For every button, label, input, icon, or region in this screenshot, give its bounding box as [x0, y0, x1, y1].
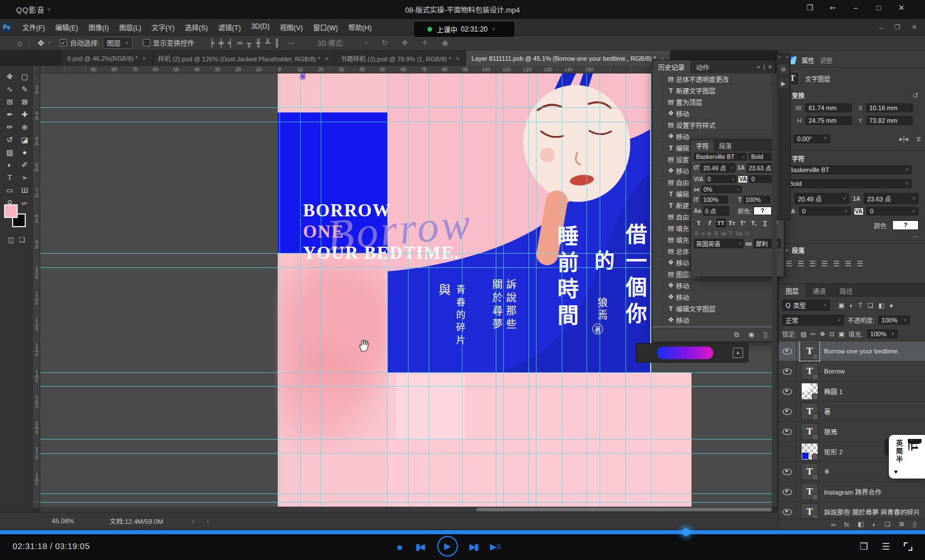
history-source-checkbox[interactable] [652, 305, 663, 312]
layer-filter-dropdown[interactable]: Q 类型˅ [782, 300, 830, 311]
align-left-icon[interactable]: ╞ [209, 38, 215, 47]
maximize-icon[interactable]: □ [873, 3, 884, 12]
panel-menu-icon[interactable]: ≡ [768, 64, 772, 70]
vertical-scrollbar[interactable] [772, 73, 777, 507]
swap-colors-icon[interactable]: ⇄ [22, 201, 26, 207]
history-state-row[interactable]: ▤ 设置字符样式 [652, 119, 775, 131]
flip-vertical-icon[interactable]: ⧖ [916, 135, 921, 143]
quick-select-tool[interactable]: ✎ [18, 83, 32, 95]
filter-pixel-icon[interactable]: ▣ [838, 302, 844, 309]
paragraph-align-icon[interactable]: ☰ [845, 259, 852, 268]
ruler-origin-corner[interactable] [33, 66, 40, 73]
filter-toggle-icon[interactable]: ● [889, 302, 893, 309]
history-source-checkbox[interactable] [652, 87, 663, 94]
history-source-checkbox[interactable] [652, 190, 663, 197]
superscript-toggle[interactable]: T¹ [738, 219, 748, 227]
props-color-swatch[interactable]: ? [892, 220, 919, 230]
ligature-icon[interactable]: σ [701, 230, 704, 236]
status-expand-icon[interactable]: › [192, 518, 207, 524]
history-state-row[interactable]: T 编辑文字图层 [652, 303, 775, 314]
move-tool-icon[interactable]: ✥ [37, 38, 44, 48]
quick-mask-icon[interactable]: ◫ [7, 236, 14, 244]
history-source-checkbox[interactable] [652, 99, 663, 106]
history-source-checkbox[interactable] [652, 213, 663, 220]
font-size-field[interactable]: 20.49 点˅ [701, 163, 735, 173]
filter-shape-icon[interactable]: ❏ [868, 302, 873, 309]
underline-toggle[interactable]: T [760, 219, 770, 227]
tab-layers[interactable]: 图层 [779, 284, 806, 297]
ligature-icon[interactable]: A [714, 230, 718, 236]
orbit-3d-icon[interactable]: ◔ [363, 38, 368, 47]
slide-3d-icon[interactable]: ✛ [422, 38, 428, 47]
home-icon[interactable]: ⌂ [17, 38, 22, 48]
tab-close-icon[interactable]: × [142, 55, 146, 62]
vertical-scale-field[interactable]: 100% [701, 196, 728, 204]
lock-artboard-icon[interactable]: ⊡ [829, 330, 834, 338]
ps-restore-icon[interactable]: ❐ [895, 24, 900, 31]
type-tool[interactable]: T [3, 172, 17, 184]
new-layer-icon[interactable]: ⊞ [899, 520, 904, 528]
marquee-tool[interactable]: ▢ [18, 71, 32, 83]
x-field[interactable]: 10.16 mm [866, 103, 913, 112]
history-source-checkbox[interactable] [652, 110, 663, 117]
eraser-tool[interactable]: ◪ [18, 134, 32, 146]
align-center-h-icon[interactable]: ╪ [219, 38, 224, 47]
align-right-icon[interactable]: ╡ [228, 38, 233, 47]
show-transform-checkbox[interactable] [143, 39, 150, 46]
add-gradient-icon[interactable]: + [733, 348, 743, 358]
subscript-toggle[interactable]: T₁ [749, 219, 759, 227]
visibility-toggle[interactable] [779, 482, 796, 501]
all-caps-toggle[interactable]: TT [716, 219, 726, 227]
next-button[interactable]: ▶▮ [469, 542, 477, 552]
distribute-v-icon[interactable]: ║ [274, 38, 279, 47]
delete-state-icon[interactable]: ▯ [763, 330, 767, 339]
history-source-checkbox[interactable] [652, 179, 663, 186]
history-brush-tool[interactable]: ↺ [3, 134, 17, 146]
tab-close-icon[interactable]: × [325, 55, 328, 62]
width-field[interactable]: 61.74 mm [805, 103, 852, 112]
visibility-toggle[interactable] [779, 382, 796, 401]
auto-select-target-dropdown[interactable]: 图层˅ [103, 37, 132, 49]
dock-collapse-icon[interactable]: » [778, 55, 780, 60]
delete-layer-icon[interactable]: ▯ [913, 520, 916, 528]
frame-tool[interactable]: ⊠ [18, 96, 32, 108]
history-source-checkbox[interactable] [652, 259, 663, 266]
document-tab[interactable]: Layer 8111111.psb @ 45.1% (Borrow one yo… [466, 50, 671, 66]
layer-row[interactable]: Borrow one your bedtime. [779, 341, 925, 361]
history-state-row[interactable]: ✥ 移动 [652, 108, 775, 119]
ps-minimize-icon[interactable]: – [880, 24, 883, 31]
history-source-checkbox[interactable] [652, 168, 663, 174]
stop-button[interactable]: ■ [397, 542, 402, 552]
props-leading-field[interactable]: 23.63 点˅ [864, 193, 919, 204]
blur-tool[interactable]: ● [18, 146, 32, 158]
layer-row[interactable]: 訴說那些 關於尋夢 與青春的碎片 [779, 502, 925, 518]
visibility-toggle[interactable] [779, 502, 796, 518]
font-family-dropdown[interactable]: Baskerville BT˅ [694, 153, 747, 161]
faux-italic-toggle[interactable]: T [705, 219, 714, 227]
ligature-icon[interactable]: 1st [735, 230, 742, 236]
props-size-field[interactable]: 20.49 点˅ [794, 193, 849, 204]
group-layers-icon[interactable]: ❏ [885, 520, 891, 528]
menu-item[interactable]: 视图(V) [275, 22, 308, 32]
lock-transparent-icon[interactable]: ▨ [800, 330, 806, 338]
small-caps-toggle[interactable]: Tт [727, 219, 737, 227]
layer-style-icon[interactable]: fx [844, 521, 849, 528]
healing-brush-tool[interactable]: ✚ [18, 108, 32, 120]
y-field[interactable]: 73.82 mm [866, 116, 913, 125]
tab-channels[interactable]: 通道 [806, 284, 833, 297]
ligature-icon[interactable]: ½ [745, 230, 749, 236]
vertical-ruler[interactable]: 2030405060708090100110120130140150160170… [33, 73, 40, 508]
drag-3d-icon[interactable]: ✥ [402, 38, 408, 47]
tab-adjustments[interactable]: 调整 [820, 56, 833, 65]
play-button[interactable]: ▶ [437, 536, 458, 557]
new-snapshot-icon[interactable]: ◉ [748, 330, 754, 339]
document-tab[interactable]: 书籍样机 (3).psd @ 78.9% (1, RGB/8) * × [335, 50, 466, 66]
props-font-dropdown[interactable]: Baskerville BT˅ [786, 165, 912, 174]
play-action-icon[interactable]: ▶ [778, 78, 788, 88]
pen-tool[interactable]: ✐ [18, 159, 32, 171]
brush-tool[interactable]: ✏ [3, 121, 17, 133]
reset-transform-icon[interactable]: ↺ [912, 91, 919, 100]
visibility-toggle[interactable] [779, 402, 796, 421]
fullscreen-icon[interactable] [904, 542, 912, 551]
props-more-icon[interactable]: ⋯ [779, 233, 925, 240]
